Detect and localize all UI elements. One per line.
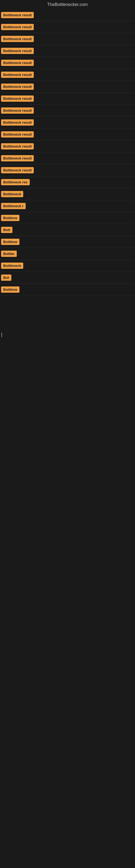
- cursor-area: [0, 330, 135, 339]
- list-item: Bottlene: [0, 212, 135, 224]
- list-item: Bottleneck result: [0, 105, 135, 117]
- bottleneck-badge[interactable]: Bottleneck result: [1, 131, 34, 137]
- results-list: Bottleneck resultBottleneck resultBottle…: [0, 9, 135, 296]
- list-item: Bott: [0, 224, 135, 236]
- bottleneck-badge[interactable]: Bottleneck: [1, 262, 23, 269]
- bottleneck-badge[interactable]: Bottleneck r: [1, 203, 26, 209]
- list-item: Bottleneck result: [0, 57, 135, 69]
- list-item: Bottleneck: [0, 260, 135, 272]
- bottleneck-badge[interactable]: Bottleneck result: [1, 119, 34, 126]
- list-item: Bottleneck result: [0, 141, 135, 152]
- bottleneck-badge[interactable]: Bottleneck result: [1, 48, 34, 54]
- bottleneck-badge[interactable]: Bottleneck result: [1, 143, 34, 150]
- bottleneck-badge[interactable]: Bottleneck result: [1, 107, 34, 114]
- list-item: Bottleneck result: [0, 93, 135, 105]
- list-item: Bottleneck result: [0, 9, 135, 21]
- list-item: Bottleneck result: [0, 21, 135, 33]
- list-item: Bottleneck r: [0, 200, 135, 212]
- bottleneck-badge[interactable]: Bottlene: [1, 215, 19, 221]
- bottleneck-badge[interactable]: Bottleneck: [1, 191, 23, 197]
- list-item: Bottleneck result: [0, 164, 135, 176]
- list-item: Bottleneck result: [0, 81, 135, 93]
- bottleneck-badge[interactable]: Bottleneck result: [1, 72, 34, 78]
- list-item: Bottlene: [0, 284, 135, 296]
- bottleneck-badge[interactable]: Bottleneck result: [1, 95, 34, 102]
- bottleneck-badge[interactable]: Bottleneck result: [1, 167, 34, 173]
- empty-section-4: [0, 404, 135, 436]
- list-item: Bottlene: [0, 236, 135, 248]
- site-title: TheBottlenecker.com: [0, 0, 135, 9]
- list-item: Bottleneck res: [0, 176, 135, 188]
- list-item: Bot: [0, 272, 135, 284]
- empty-section-3: [0, 371, 135, 404]
- bottleneck-badge[interactable]: Bottlene: [1, 239, 19, 245]
- bottleneck-badge[interactable]: Bott: [1, 227, 12, 233]
- bottleneck-badge[interactable]: Bottler: [1, 251, 17, 257]
- bottleneck-badge[interactable]: Bottlene: [1, 286, 19, 293]
- bottleneck-badge[interactable]: Bottleneck result: [1, 24, 34, 30]
- bottleneck-badge[interactable]: Bottleneck result: [1, 60, 34, 66]
- list-item: Bottleneck result: [0, 33, 135, 45]
- list-item: Bottleneck result: [0, 69, 135, 81]
- bottleneck-badge[interactable]: Bottleneck result: [1, 84, 34, 90]
- empty-section-1: [0, 296, 135, 328]
- list-item: Bottler: [0, 248, 135, 260]
- list-item: Bottleneck result: [0, 117, 135, 129]
- empty-section-5: [0, 436, 135, 469]
- bottleneck-badge[interactable]: Bottleneck result: [1, 36, 34, 42]
- list-item: Bottleneck result: [0, 45, 135, 57]
- list-item: Bottleneck: [0, 188, 135, 200]
- bottleneck-badge[interactable]: Bottleneck result: [1, 155, 34, 161]
- list-item: Bottleneck result: [0, 152, 135, 164]
- bottleneck-badge[interactable]: Bottleneck result: [1, 12, 34, 18]
- list-item: Bottleneck result: [0, 129, 135, 141]
- bottleneck-badge[interactable]: Bottleneck res: [1, 179, 30, 185]
- empty-section-2: [0, 339, 135, 371]
- bottleneck-badge[interactable]: Bot: [1, 275, 11, 281]
